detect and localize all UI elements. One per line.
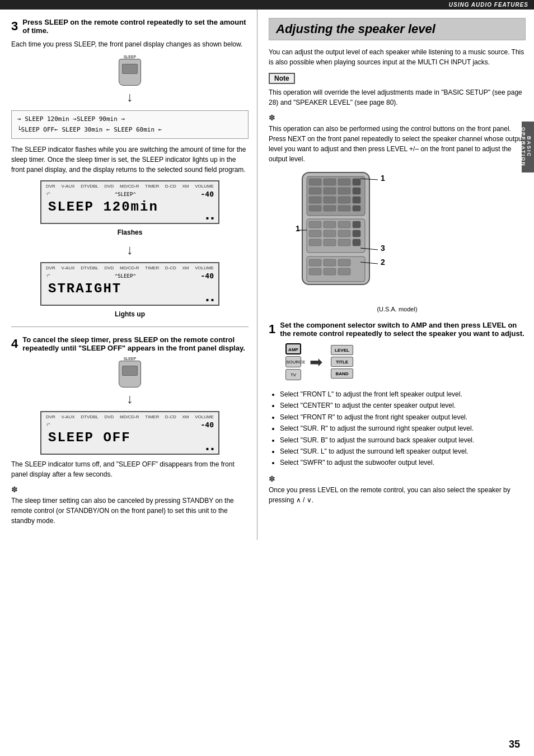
step3-number: 3 [11, 19, 18, 34]
remote-button-area [122, 64, 138, 74]
svg-rect-12 [338, 197, 350, 203]
svg-rect-16 [338, 206, 350, 211]
svg-rect-28 [324, 239, 336, 246]
svg-rect-35 [309, 268, 321, 275]
svg-rect-34 [338, 259, 350, 266]
title-btn: TITLE [331, 357, 353, 367]
svg-rect-8 [338, 188, 350, 194]
main-content: 3 Press SLEEP on the remote control repe… [0, 10, 534, 540]
remote-diagram-container: 1 1 3 2 [285, 170, 526, 300]
svg-rect-15 [324, 206, 336, 211]
svg-rect-6 [309, 188, 321, 194]
note-section: Note This operation will override the le… [269, 73, 526, 108]
svg-rect-33 [324, 259, 336, 266]
remote-svg: 1 1 3 2 [285, 170, 397, 298]
svg-rect-11 [324, 197, 336, 203]
remote-label-3: 3 [381, 244, 385, 253]
sleep-remote-diagram: SLEEP [11, 55, 249, 86]
svg-rect-3 [324, 179, 336, 185]
right-title: Adjusting the speaker level [269, 18, 526, 40]
bullet-front-l: Select "FRONT L" to adjust the front lef… [280, 389, 526, 400]
svg-rect-2 [309, 179, 321, 185]
band-btn: BAND [331, 368, 353, 379]
tip-icon-2: ✽ [269, 474, 526, 483]
svg-rect-23 [309, 230, 321, 237]
bullet-sur-b: Select "SUR. B" to adjust the surround b… [280, 435, 526, 446]
display1-header: DVR V-AUX DTVDBL DVD MD/CD-R TIMER D-CD … [46, 184, 214, 189]
note-label: Note [269, 73, 295, 84]
step1-tip-text: Once you press LEVEL on the remote contr… [269, 485, 526, 505]
section-header: USING AUDIO FEATURES [0, 0, 534, 10]
arrow-down-1: ↓ [11, 89, 249, 105]
display2-screen: STRAIGHT [46, 280, 214, 297]
sleep-label-2: SLEEP [11, 357, 249, 361]
display3-row: ↑° -40 [46, 421, 214, 429]
step4-tip-wrapper: ✽ The sleep timer setting can also be ca… [11, 485, 249, 526]
display2-header: DVR V-AUX DTVDBL DVD MD/CD-R TIMER D-CD … [46, 265, 214, 270]
step4-header: 4 To cancel the sleep timer, press SLEEP… [11, 335, 249, 352]
step3-body1: Each time you press SLEEP, the front pan… [11, 39, 249, 49]
source-btn: SOURCE [285, 356, 301, 367]
side-tab-line1: BASIC [526, 136, 532, 157]
sleep-remote-diagram-2: SLEEP [11, 357, 249, 388]
svg-rect-27 [309, 239, 321, 246]
arrow-down-2: ↓ [11, 242, 249, 258]
right-tip-text: This operation can also be performed usi… [269, 124, 526, 164]
svg-rect-37 [338, 268, 350, 275]
level-btn-group: LEVEL TITLE BAND [331, 345, 353, 379]
display2-row: ↑° ^SLEEP^ -40 [46, 272, 214, 280]
remote-label-1b: 1 [296, 224, 300, 233]
svg-rect-30 [353, 239, 360, 246]
step4-number: 4 [11, 337, 18, 351]
step4-tip: The sleep timer setting can also be canc… [11, 496, 249, 526]
svg-rect-4 [338, 179, 350, 185]
usa-model-label: (U.S.A. model) [269, 306, 526, 312]
note-text: This operation will override the level a… [269, 87, 526, 108]
remote-label-1: 1 [381, 174, 385, 183]
display1-wrapper: DVR V-AUX DTVDBL DVD MD/CD-R TIMER D-CD … [11, 180, 249, 224]
amp-selector: AMP SOURCE TV [285, 343, 301, 380]
display-box-1: DVR V-AUX DTVDBL DVD MD/CD-R TIMER D-CD … [40, 180, 219, 224]
display2-footer: ■■ [46, 297, 214, 302]
svg-rect-29 [338, 239, 350, 246]
step3-header: 3 Press SLEEP on the remote control repe… [11, 18, 249, 35]
svg-rect-19 [309, 221, 321, 228]
display-box-3: DVR V-AUX DTVDBL DVD MD/CD-R TIMER D-CD … [40, 411, 219, 455]
remote-diagram: 1 1 3 2 [285, 170, 397, 300]
display1-row: ↑° ^SLEEP^ -40 [46, 190, 214, 198]
svg-rect-17 [353, 206, 360, 211]
sleep-line1: → SLEEP 120min →SLEEP 90min → [17, 114, 242, 125]
display1-footer: ■■ [46, 216, 214, 221]
tip-icon-right: ✽ [269, 113, 526, 122]
step1-header: 1 Set the component selector switch to A… [269, 321, 526, 338]
tip-icon: ✽ [11, 485, 249, 494]
svg-rect-13 [353, 197, 360, 203]
svg-rect-21 [338, 221, 350, 228]
left-column: 3 Press SLEEP on the remote control repe… [0, 10, 257, 540]
svg-rect-7 [324, 188, 336, 194]
display2-wrapper: DVR V-AUX DTVDBL DVD MD/CD-R TIMER D-CD … [11, 262, 249, 306]
bullet-swfr: Select "SWFR" to adjust the subwoofer ou… [280, 457, 526, 468]
svg-rect-20 [324, 221, 336, 228]
step3-title: Press SLEEP on the remote control repeat… [22, 18, 246, 35]
step-4: 4 To cancel the sleep timer, press SLEEP… [11, 335, 249, 526]
svg-rect-22 [353, 221, 360, 228]
divider-1 [11, 326, 249, 327]
page-number: 35 [509, 739, 520, 750]
sleep-sequence-diagram: → SLEEP 120min →SLEEP 90min → └SLEEP OFF… [11, 110, 249, 139]
step-1: 1 Set the component selector switch to A… [269, 321, 526, 505]
display-box-2: DVR V-AUX DTVDBL DVD MD/CD-R TIMER D-CD … [40, 262, 219, 306]
step4-body3: The SLEEP indicator turns off, and "SLEE… [11, 459, 249, 479]
bullet-front-r: Select "FRONT R" to adjust the front rig… [280, 412, 526, 423]
amp-btn: AMP [285, 343, 301, 354]
svg-rect-14 [309, 206, 321, 211]
remote-label-2: 2 [381, 258, 385, 267]
sleep-line2: └SLEEP OFF← SLEEP 30min ← SLEEP 60min ← [17, 125, 242, 136]
arrow-down-3: ↓ [11, 391, 249, 407]
svg-rect-32 [309, 259, 321, 266]
sleep-label: SLEEP [11, 55, 249, 59]
speaker-bullet-list: Select "FRONT L" to adjust the front lef… [269, 389, 526, 469]
arrow-right: ➡ [310, 353, 322, 371]
section-label: USING AUDIO FEATURES [449, 2, 528, 8]
bullet-sur-r: Select "SUR. R" to adjust the surround r… [280, 423, 526, 434]
